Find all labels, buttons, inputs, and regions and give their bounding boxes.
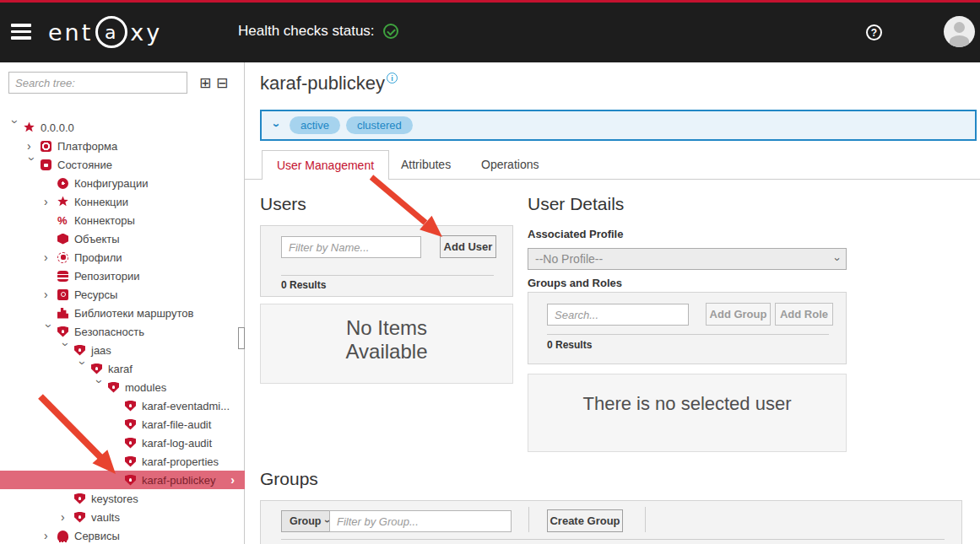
add-role-button[interactable]: Add Role: [775, 303, 833, 326]
configurations-icon: [57, 178, 68, 189]
tree-item-Коннекции[interactable]: ›Коннекции: [0, 192, 245, 211]
tab-user-management[interactable]: User Management: [262, 150, 389, 180]
groups-toolbar-panel: Group › Create Group: [260, 500, 962, 544]
tree-item-Платформа[interactable]: ›Платформа: [0, 137, 245, 155]
tree-item-label: Библиотеки маршрутов: [74, 307, 193, 320]
tree-item-label: vaults: [91, 511, 120, 524]
create-group-button[interactable]: Create Group: [547, 509, 623, 532]
tree-item-Профили[interactable]: ›Профили: [0, 248, 245, 267]
filter-by-name-input[interactable]: [281, 236, 421, 258]
tree-search-row: ⊞ ⊟: [8, 72, 236, 94]
avatar[interactable]: [944, 16, 975, 47]
associated-profile-select[interactable]: --No Profile-- ›: [528, 248, 847, 270]
tree-item-karaf[interactable]: ›karaf: [0, 359, 245, 378]
associated-profile-label: Associated Profile: [528, 228, 623, 240]
logo-text-left: ent: [48, 19, 93, 46]
tree-item-label: Профили: [74, 251, 122, 264]
tree-item-vaults[interactable]: ›vaults: [0, 508, 245, 526]
tree-item-label: Состояние: [57, 159, 112, 171]
chevron-down-icon[interactable]: ›: [77, 361, 89, 374]
collapse-all-icon[interactable]: ⊟: [216, 73, 228, 92]
logo-circle-a: a: [95, 16, 127, 48]
tree-item-label: Объекты: [74, 233, 120, 245]
groups-and-roles-label: Groups and Roles: [528, 277, 622, 289]
chevron-down-icon[interactable]: ›: [9, 120, 21, 133]
users-toolbar-panel: Add User 0 Results: [260, 225, 513, 297]
tree-item-0.0.0.0[interactable]: ›0.0.0.0: [0, 118, 245, 137]
shield-icon: [74, 345, 85, 356]
tree-item-Безопасность[interactable]: ›Безопасность: [0, 322, 245, 341]
add-group-button[interactable]: Add Group: [706, 303, 771, 326]
menu-icon[interactable]: [11, 24, 31, 40]
shield-icon: [74, 512, 85, 523]
main-content: karaf-publickeyi › active clustered User…: [245, 62, 980, 544]
user-details-heading: User Details: [528, 194, 624, 214]
tree-item-karaf-publickey[interactable]: karaf-publickey›: [0, 471, 245, 489]
repositories-icon: [57, 271, 68, 282]
groups-roles-search-input[interactable]: [547, 304, 689, 326]
tree-item-label: 0.0.0.0: [41, 121, 74, 134]
sidebar: ⊞ ⊟ ›0.0.0.0›Платформа›СостояниеКонфигур…: [0, 62, 245, 544]
info-icon[interactable]: i: [387, 73, 398, 83]
tree-item-jaas[interactable]: ›jaas: [0, 341, 245, 359]
divider: [281, 539, 945, 540]
tree-item-label: karaf-publickey: [142, 474, 215, 487]
tree-item-Конфигурации[interactable]: Конфигурации: [0, 174, 245, 192]
shield-icon: [125, 401, 136, 412]
chevron-right-icon[interactable]: ›: [230, 473, 235, 487]
no-selected-user-text: There is no selected user: [528, 393, 846, 415]
chevron-right-icon[interactable]: ›: [44, 288, 57, 300]
group-type-value: Group: [290, 515, 322, 527]
users-empty-text: No Items Available: [315, 316, 458, 364]
tree-item-Библиотеки маршрутов[interactable]: Библиотеки маршрутов: [0, 304, 245, 322]
sidebar-scrollbar-thumb[interactable]: [238, 327, 245, 349]
tree-item-Репозитории[interactable]: Репозитории: [0, 267, 245, 285]
add-user-button[interactable]: Add User: [440, 235, 496, 258]
tree-item-Ресурсы[interactable]: ›Ресурсы: [0, 285, 245, 304]
users-empty-panel: No Items Available: [260, 304, 513, 384]
tab-operations[interactable]: Operations: [481, 150, 539, 179]
tree-item-karaf-properties[interactable]: karaf-properties: [0, 452, 245, 471]
tree-item-Коннекторы[interactable]: Коннекторы: [0, 211, 245, 229]
tree-item-karaf-file-audit[interactable]: karaf-file-audit: [0, 415, 245, 434]
chevron-right-icon[interactable]: ›: [44, 251, 57, 263]
chevron-right-icon[interactable]: ›: [44, 530, 57, 541]
users-heading: Users: [260, 194, 306, 214]
status-badge: active: [290, 116, 340, 134]
connections-icon: [57, 197, 68, 207]
help-icon[interactable]: ?: [866, 24, 882, 40]
tree-item-karaf-eventadmi...[interactable]: karaf-eventadmi...: [0, 396, 245, 415]
filter-by-group-input[interactable]: [329, 510, 512, 532]
chevron-right-icon[interactable]: ›: [44, 196, 57, 207]
platform-icon: [41, 141, 51, 152]
chevron-down-icon[interactable]: ›: [60, 342, 72, 356]
tree-item-label: karaf-properties: [142, 455, 219, 468]
tree-item-modules[interactable]: ›modules: [0, 378, 245, 396]
divider: [645, 507, 646, 532]
chevron-down-icon[interactable]: ›: [94, 380, 106, 393]
search-tree-input[interactable]: [8, 72, 187, 94]
tree-item-keystores[interactable]: keystores: [0, 489, 245, 508]
expand-all-icon[interactable]: ⊞: [199, 73, 211, 92]
tree-item-Сервисы[interactable]: ›Сервисы: [0, 526, 245, 544]
chevron-down-icon[interactable]: ›: [270, 123, 284, 127]
tree-item-Объекты[interactable]: Объекты: [0, 229, 245, 248]
tree-item-label: Платформа: [57, 140, 117, 153]
tree: ›0.0.0.0›Платформа›СостояниеКонфигурации…: [0, 118, 245, 544]
tree-item-karaf-log-audit[interactable]: karaf-log-audit: [0, 434, 245, 452]
chevron-down-icon[interactable]: ›: [43, 324, 55, 337]
chevron-down-icon[interactable]: ›: [26, 157, 38, 170]
entaxy-logo: entaxy: [48, 13, 162, 51]
chevron-right-icon[interactable]: ›: [61, 511, 74, 523]
divider: [281, 275, 494, 276]
groups-roles-results-count: 0 Results: [547, 339, 592, 351]
tab-attributes[interactable]: Attributes: [401, 150, 451, 179]
groups-roles-panel: Add Group Add Role 0 Results: [528, 292, 847, 364]
chevron-right-icon[interactable]: ›: [27, 140, 41, 152]
profiles-icon: [57, 252, 68, 263]
connectors-icon: [57, 215, 68, 226]
cluster-icon: [24, 122, 35, 133]
tree-item-Состояние[interactable]: ›Состояние: [0, 155, 245, 174]
shield-icon: [125, 475, 136, 486]
tree-item-label: karaf-eventadmi...: [142, 400, 230, 412]
